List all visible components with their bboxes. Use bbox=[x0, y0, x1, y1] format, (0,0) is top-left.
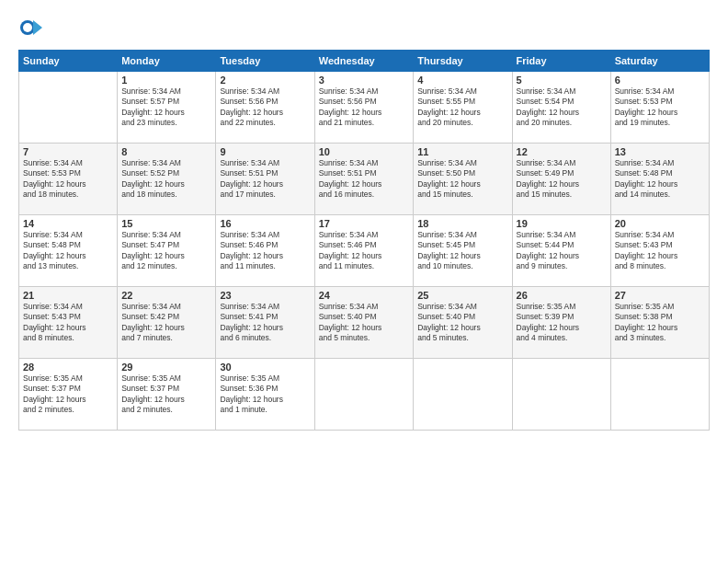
weekday-header-wednesday: Wednesday bbox=[314, 51, 413, 72]
day-info: Sunrise: 5:34 AM Sunset: 5:55 PM Dayligh… bbox=[417, 86, 507, 129]
page: SundayMondayTuesdayWednesdayThursdayFrid… bbox=[0, 0, 728, 563]
day-info: Sunrise: 5:34 AM Sunset: 5:41 PM Dayligh… bbox=[220, 302, 310, 344]
day-number: 26 bbox=[517, 290, 607, 301]
calendar-cell: 1Sunrise: 5:34 AM Sunset: 5:57 PM Daylig… bbox=[118, 72, 216, 144]
calendar-cell: 30Sunrise: 5:35 AM Sunset: 5:36 PM Dayli… bbox=[216, 359, 314, 431]
calendar-cell: 7Sunrise: 5:34 AM Sunset: 5:53 PM Daylig… bbox=[19, 144, 118, 215]
day-number: 18 bbox=[417, 218, 507, 229]
calendar-cell: 4Sunrise: 5:34 AM Sunset: 5:55 PM Daylig… bbox=[414, 72, 512, 144]
calendar-cell: 22Sunrise: 5:34 AM Sunset: 5:42 PM Dayli… bbox=[118, 287, 216, 359]
day-number: 24 bbox=[319, 290, 409, 301]
day-info: Sunrise: 5:34 AM Sunset: 5:40 PM Dayligh… bbox=[417, 302, 507, 344]
day-info: Sunrise: 5:34 AM Sunset: 5:50 PM Dayligh… bbox=[417, 158, 507, 201]
day-info: Sunrise: 5:34 AM Sunset: 5:48 PM Dayligh… bbox=[23, 230, 113, 272]
day-number: 17 bbox=[319, 218, 409, 229]
day-number: 12 bbox=[517, 146, 607, 157]
calendar-cell: 17Sunrise: 5:34 AM Sunset: 5:46 PM Dayli… bbox=[314, 215, 413, 287]
weekday-header-monday: Monday bbox=[118, 51, 216, 72]
calendar-cell bbox=[512, 359, 610, 431]
logo bbox=[18, 15, 50, 40]
day-number: 1 bbox=[121, 75, 211, 86]
day-number: 10 bbox=[319, 146, 409, 157]
weekday-header-tuesday: Tuesday bbox=[216, 51, 314, 72]
calendar-cell: 19Sunrise: 5:34 AM Sunset: 5:44 PM Dayli… bbox=[512, 215, 610, 287]
day-number: 7 bbox=[23, 146, 113, 157]
day-info: Sunrise: 5:34 AM Sunset: 5:53 PM Dayligh… bbox=[615, 86, 705, 129]
day-number: 3 bbox=[319, 75, 409, 86]
day-number: 25 bbox=[417, 290, 507, 301]
svg-marker-1 bbox=[33, 20, 42, 35]
day-info: Sunrise: 5:34 AM Sunset: 5:51 PM Dayligh… bbox=[319, 158, 409, 201]
day-number: 27 bbox=[615, 290, 705, 301]
day-info: Sunrise: 5:34 AM Sunset: 5:56 PM Dayligh… bbox=[319, 86, 409, 129]
calendar-cell: 28Sunrise: 5:35 AM Sunset: 5:37 PM Dayli… bbox=[19, 359, 118, 431]
calendar-cell: 8Sunrise: 5:34 AM Sunset: 5:52 PM Daylig… bbox=[118, 144, 216, 215]
day-number: 29 bbox=[121, 362, 211, 373]
day-info: Sunrise: 5:34 AM Sunset: 5:51 PM Dayligh… bbox=[220, 158, 310, 201]
day-info: Sunrise: 5:35 AM Sunset: 5:39 PM Dayligh… bbox=[517, 302, 607, 344]
day-info: Sunrise: 5:35 AM Sunset: 5:38 PM Dayligh… bbox=[615, 302, 705, 344]
svg-point-2 bbox=[23, 23, 32, 32]
calendar-cell: 29Sunrise: 5:35 AM Sunset: 5:37 PM Dayli… bbox=[118, 359, 216, 431]
day-info: Sunrise: 5:34 AM Sunset: 5:43 PM Dayligh… bbox=[615, 230, 705, 272]
calendar-cell: 5Sunrise: 5:34 AM Sunset: 5:54 PM Daylig… bbox=[512, 72, 610, 144]
day-number: 15 bbox=[121, 218, 211, 229]
day-number: 9 bbox=[220, 146, 310, 157]
calendar-cell bbox=[314, 359, 413, 431]
calendar-cell bbox=[19, 72, 118, 144]
day-number: 20 bbox=[615, 218, 705, 229]
weekday-header-row: SundayMondayTuesdayWednesdayThursdayFrid… bbox=[19, 51, 710, 72]
calendar-cell: 11Sunrise: 5:34 AM Sunset: 5:50 PM Dayli… bbox=[414, 144, 512, 215]
weekday-header-friday: Friday bbox=[512, 51, 610, 72]
day-number: 14 bbox=[23, 218, 113, 229]
day-info: Sunrise: 5:34 AM Sunset: 5:43 PM Dayligh… bbox=[23, 302, 113, 344]
calendar-cell: 26Sunrise: 5:35 AM Sunset: 5:39 PM Dayli… bbox=[512, 287, 610, 359]
calendar-cell: 16Sunrise: 5:34 AM Sunset: 5:46 PM Dayli… bbox=[216, 215, 314, 287]
week-row-4: 28Sunrise: 5:35 AM Sunset: 5:37 PM Dayli… bbox=[19, 359, 710, 431]
day-number: 30 bbox=[220, 362, 310, 373]
calendar-cell bbox=[610, 359, 709, 431]
calendar-cell: 14Sunrise: 5:34 AM Sunset: 5:48 PM Dayli… bbox=[19, 215, 118, 287]
day-number: 22 bbox=[121, 290, 211, 301]
day-info: Sunrise: 5:34 AM Sunset: 5:52 PM Dayligh… bbox=[121, 158, 211, 201]
calendar-cell: 12Sunrise: 5:34 AM Sunset: 5:49 PM Dayli… bbox=[512, 144, 610, 215]
week-row-2: 14Sunrise: 5:34 AM Sunset: 5:48 PM Dayli… bbox=[19, 215, 710, 287]
day-info: Sunrise: 5:35 AM Sunset: 5:36 PM Dayligh… bbox=[220, 373, 310, 416]
weekday-header-thursday: Thursday bbox=[414, 51, 512, 72]
calendar-cell: 10Sunrise: 5:34 AM Sunset: 5:51 PM Dayli… bbox=[314, 144, 413, 215]
day-info: Sunrise: 5:34 AM Sunset: 5:54 PM Dayligh… bbox=[517, 86, 607, 129]
day-info: Sunrise: 5:34 AM Sunset: 5:57 PM Dayligh… bbox=[121, 86, 211, 129]
day-info: Sunrise: 5:34 AM Sunset: 5:53 PM Dayligh… bbox=[23, 158, 113, 201]
calendar-cell: 25Sunrise: 5:34 AM Sunset: 5:40 PM Dayli… bbox=[414, 287, 512, 359]
calendar-cell: 23Sunrise: 5:34 AM Sunset: 5:41 PM Dayli… bbox=[216, 287, 314, 359]
day-number: 23 bbox=[220, 290, 310, 301]
week-row-1: 7Sunrise: 5:34 AM Sunset: 5:53 PM Daylig… bbox=[19, 144, 710, 215]
day-info: Sunrise: 5:35 AM Sunset: 5:37 PM Dayligh… bbox=[121, 373, 211, 416]
week-row-3: 21Sunrise: 5:34 AM Sunset: 5:43 PM Dayli… bbox=[19, 287, 710, 359]
calendar-cell: 24Sunrise: 5:34 AM Sunset: 5:40 PM Dayli… bbox=[314, 287, 413, 359]
calendar-cell: 13Sunrise: 5:34 AM Sunset: 5:48 PM Dayli… bbox=[610, 144, 709, 215]
week-row-0: 1Sunrise: 5:34 AM Sunset: 5:57 PM Daylig… bbox=[19, 72, 710, 144]
day-number: 2 bbox=[220, 75, 310, 86]
calendar-cell: 27Sunrise: 5:35 AM Sunset: 5:38 PM Dayli… bbox=[610, 287, 709, 359]
day-number: 19 bbox=[517, 218, 607, 229]
day-info: Sunrise: 5:34 AM Sunset: 5:49 PM Dayligh… bbox=[517, 158, 607, 201]
day-info: Sunrise: 5:34 AM Sunset: 5:56 PM Dayligh… bbox=[220, 86, 310, 129]
day-number: 16 bbox=[220, 218, 310, 229]
weekday-header-sunday: Sunday bbox=[19, 51, 118, 72]
calendar-cell: 15Sunrise: 5:34 AM Sunset: 5:47 PM Dayli… bbox=[118, 215, 216, 287]
day-info: Sunrise: 5:34 AM Sunset: 5:45 PM Dayligh… bbox=[417, 230, 507, 272]
day-info: Sunrise: 5:34 AM Sunset: 5:42 PM Dayligh… bbox=[121, 302, 211, 344]
day-info: Sunrise: 5:35 AM Sunset: 5:37 PM Dayligh… bbox=[23, 373, 113, 416]
day-number: 28 bbox=[23, 362, 113, 373]
calendar-cell: 6Sunrise: 5:34 AM Sunset: 5:53 PM Daylig… bbox=[610, 72, 709, 144]
calendar-cell: 18Sunrise: 5:34 AM Sunset: 5:45 PM Dayli… bbox=[414, 215, 512, 287]
day-info: Sunrise: 5:34 AM Sunset: 5:46 PM Dayligh… bbox=[220, 230, 310, 272]
day-number: 4 bbox=[417, 75, 507, 86]
calendar-cell: 21Sunrise: 5:34 AM Sunset: 5:43 PM Dayli… bbox=[19, 287, 118, 359]
calendar-cell: 20Sunrise: 5:34 AM Sunset: 5:43 PM Dayli… bbox=[610, 215, 709, 287]
day-info: Sunrise: 5:34 AM Sunset: 5:46 PM Dayligh… bbox=[319, 230, 409, 272]
header bbox=[18, 15, 710, 40]
day-number: 21 bbox=[23, 290, 113, 301]
logo-icon bbox=[18, 15, 44, 40]
